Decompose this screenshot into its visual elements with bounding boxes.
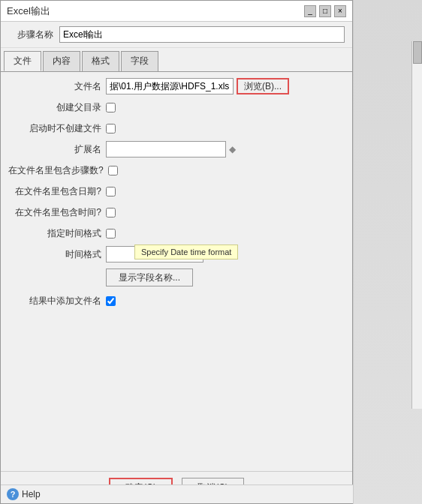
filename-row: 文件名 浏览(B)... — [8, 78, 345, 94]
specify-time-format-label: 指定时间格式 — [8, 227, 106, 240]
tooltip-box: Specify Date time format — [134, 244, 238, 260]
main-window: Excel输出 _ □ × 步骤名称 文件 内容 格式 字段 文件名 浏览(B — [0, 0, 353, 504]
step-name-row: 步骤名称 — [1, 22, 352, 48]
include-time-checkbox[interactable] — [106, 208, 116, 218]
filename-input[interactable] — [106, 78, 234, 94]
include-step-checkbox[interactable] — [108, 166, 118, 176]
show-fields-button[interactable]: 显示字段名称... — [106, 268, 193, 286]
tab-content[interactable]: 内容 — [43, 51, 80, 71]
help-label: Help — [22, 489, 41, 500]
help-icon: ? — [7, 488, 19, 500]
extension-input[interactable] — [106, 141, 226, 158]
include-step-row: 在文件名里包含步骤数? — [8, 162, 345, 178]
tabs-container: 文件 内容 格式 字段 — [1, 48, 352, 72]
help-bar: ? Help — [1, 484, 354, 503]
step-name-input[interactable] — [59, 26, 345, 43]
include-filename-result-row: 结果中添加文件名 — [8, 292, 345, 309]
include-date-label: 在文件名里包含日期? — [8, 185, 106, 198]
create-parent-row: 创建父目录 — [8, 99, 345, 116]
specify-time-format-checkbox[interactable] — [106, 229, 116, 238]
create-parent-checkbox[interactable] — [106, 103, 116, 112]
content-area: 文件名 浏览(B)... 创建父目录 启动时不创建文件 扩展名 ◆ 在文件名里包… — [1, 72, 352, 471]
no-create-on-start-label: 启动时不创建文件 — [8, 122, 106, 135]
help-button[interactable]: ? Help — [7, 488, 41, 500]
right-panel — [353, 0, 422, 504]
step-name-label: 步骤名称 — [8, 28, 53, 41]
window-controls: _ □ × — [304, 5, 346, 17]
include-filename-result-checkbox[interactable] — [106, 296, 116, 306]
tab-format[interactable]: 格式 — [82, 51, 119, 71]
window-title: Excel输出 — [7, 4, 50, 18]
include-time-row: 在文件名里包含时间? — [8, 204, 345, 220]
create-parent-label: 创建父目录 — [8, 101, 106, 114]
include-step-label: 在文件名里包含步骤数? — [8, 164, 108, 177]
tooltip-text: Specify Date time format — [141, 248, 231, 256]
maximize-button[interactable]: □ — [319, 5, 331, 17]
close-button[interactable]: × — [334, 5, 346, 17]
specify-time-format-row: 指定时间格式 — [8, 225, 345, 242]
include-date-checkbox[interactable] — [106, 187, 116, 196]
browse-button[interactable]: 浏览(B)... — [237, 78, 289, 94]
title-bar: Excel输出 _ □ × — [1, 1, 352, 22]
scrollbar-track[interactable] — [411, 41, 422, 409]
extension-label: 扩展名 — [8, 143, 106, 156]
minimize-button[interactable]: _ — [304, 5, 316, 17]
tab-fields[interactable]: 字段 — [121, 51, 158, 71]
extension-row: 扩展名 ◆ — [8, 141, 345, 158]
time-format-label: 时间格式 — [8, 248, 106, 261]
no-create-on-start-checkbox[interactable] — [106, 124, 116, 134]
show-fields-row: 显示字段名称... — [8, 268, 345, 286]
tab-file[interactable]: 文件 — [4, 51, 41, 71]
include-filename-result-label: 结果中添加文件名 — [8, 295, 106, 308]
time-format-row: 时间格式 Specify Date time format — [8, 246, 345, 262]
filename-label: 文件名 — [8, 80, 106, 93]
no-create-on-start-row: 启动时不创建文件 — [8, 120, 345, 136]
scrollbar-thumb[interactable] — [413, 41, 422, 64]
include-time-label: 在文件名里包含时间? — [8, 206, 106, 219]
diamond-icon: ◆ — [229, 144, 236, 154]
include-date-row: 在文件名里包含日期? — [8, 183, 345, 200]
